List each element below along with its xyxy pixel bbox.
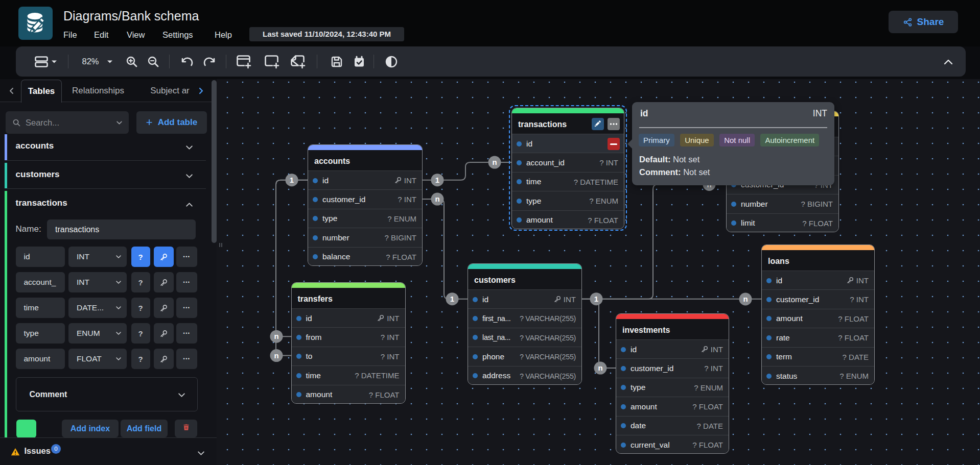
svg-text:n: n [274,332,278,340]
svg-text:1: 1 [594,295,598,303]
svg-text:n: n [743,295,748,303]
svg-text:1: 1 [290,176,294,184]
svg-text:n: n [492,158,497,166]
svg-text:n: n [274,351,278,360]
svg-text:n: n [598,363,602,372]
svg-text:1: 1 [435,176,439,184]
svg-text:1: 1 [450,295,454,303]
svg-text:n: n [435,194,439,203]
